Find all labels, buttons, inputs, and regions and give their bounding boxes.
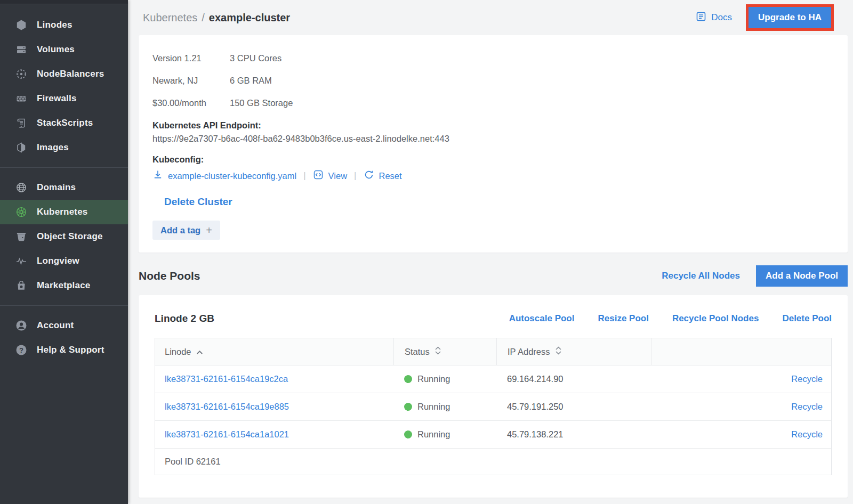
column-header-status[interactable]: Status	[393, 338, 496, 365]
table-header-row: Linode Status IP Address	[155, 338, 831, 365]
kubeconfig-actions: example-cluster-kubeconfig.yaml | View |…	[152, 169, 834, 182]
cluster-summary-card: Version 1.21 3 CPU Cores Newark, NJ 6 GB…	[139, 35, 848, 253]
nodebalancers-icon	[15, 68, 28, 80]
node-pools-header: Node Pools Recycle All Nodes Add a Node …	[139, 263, 848, 289]
kubernetes-helm-icon	[15, 206, 28, 218]
column-header-linode[interactable]: Linode	[155, 338, 393, 365]
view-code-icon	[313, 169, 324, 182]
sidebar-top-strip	[0, 0, 128, 4]
svg-text:?: ?	[19, 346, 23, 354]
separator: |	[303, 170, 305, 181]
autoscale-pool-link[interactable]: Autoscale Pool	[509, 313, 575, 324]
pool-header: Linode 2 GB Autoscale Pool Resize Pool R…	[155, 307, 832, 330]
reset-refresh-icon	[364, 169, 374, 182]
status-text: Running	[417, 402, 450, 412]
sidebar-item-marketplace[interactable]: Marketplace	[0, 273, 128, 298]
sidebar-item-label: Marketplace	[37, 280, 90, 291]
sidebar-item-label: Images	[37, 142, 69, 153]
separator: |	[354, 170, 356, 181]
sidebar-item-label: Firewalls	[37, 93, 77, 104]
sidebar-item-kubernetes[interactable]: Kubernetes	[0, 200, 128, 224]
table-row: lke38731-62161-6154ca1a1021 Running 45.7…	[155, 420, 831, 448]
breadcrumb-separator: /	[202, 12, 205, 24]
sidebar-item-account[interactable]: Account	[0, 313, 128, 338]
status-dot	[404, 375, 412, 383]
kubeconfig-download-link[interactable]: example-cluster-kubeconfig.yaml	[152, 169, 296, 182]
cluster-storage: 150 GB Storage	[230, 92, 834, 114]
sidebar-item-stackscripts[interactable]: StackScripts	[0, 111, 128, 135]
node-pools-title: Node Pools	[139, 270, 200, 282]
api-endpoint-label: Kubernetes API Endpoint:	[152, 120, 834, 131]
sidebar-item-label: Kubernetes	[37, 207, 88, 217]
longview-pulse-icon	[15, 255, 28, 267]
sidebar-item-longview[interactable]: Longview	[0, 249, 128, 273]
docs-link[interactable]: Docs	[695, 11, 732, 25]
sidebar-item-object-storage[interactable]: Object Storage	[0, 224, 128, 249]
sidebar-item-nodebalancers[interactable]: NodeBalancers	[0, 62, 128, 86]
annotation-highlight-box: Upgrade to HA	[746, 4, 834, 31]
cluster-region: Newark, NJ	[152, 69, 230, 92]
reset-label: Reset	[379, 171, 402, 181]
recycle-pool-nodes-link[interactable]: Recycle Pool Nodes	[672, 313, 759, 324]
sidebar-item-label: Linodes	[37, 20, 73, 30]
sidebar-item-label: Domains	[37, 182, 76, 193]
delete-pool-link[interactable]: Delete Pool	[782, 313, 832, 324]
column-label: Status	[405, 347, 430, 357]
sidebar-divider	[0, 305, 128, 306]
sidebar-item-images[interactable]: Images	[0, 135, 128, 160]
node-link[interactable]: lke38731-62161-6154ca1a1021	[165, 429, 289, 440]
recycle-node-link[interactable]: Recycle	[791, 429, 823, 440]
sort-both-icon	[434, 346, 441, 357]
images-icon	[15, 141, 28, 154]
sidebar-item-help-support[interactable]: ? Help & Support	[0, 338, 128, 362]
kubeconfig-file-name: example-cluster-kubeconfig.yaml	[168, 171, 296, 181]
pool-nodes-table: Linode Status IP Address	[155, 338, 832, 475]
resize-pool-link[interactable]: Resize Pool	[598, 313, 648, 324]
recycle-all-nodes-link[interactable]: Recycle All Nodes	[662, 271, 740, 281]
sidebar-item-label: Object Storage	[37, 231, 103, 242]
add-tag-button[interactable]: Add a tag +	[152, 221, 220, 240]
help-question-icon: ?	[15, 344, 28, 356]
column-header-actions	[651, 338, 831, 365]
sidebar-item-label: StackScripts	[37, 118, 93, 128]
sidebar-item-domains[interactable]: Domains	[0, 175, 128, 200]
status-dot	[404, 430, 412, 438]
node-link[interactable]: lke38731-62161-6154ca19e885	[165, 402, 289, 412]
cluster-price: $30.00/month	[152, 92, 230, 114]
column-label: IP Address	[508, 347, 550, 357]
status-text: Running	[417, 374, 450, 384]
docs-icon	[695, 11, 707, 25]
node-pool-card: Linode 2 GB Autoscale Pool Resize Pool R…	[139, 295, 848, 498]
ip-address: 45.79.191.250	[507, 402, 564, 412]
table-row: lke38731-62161-6154ca19e885 Running 45.7…	[155, 393, 831, 420]
sidebar-item-label: Longview	[37, 256, 79, 266]
sidebar-item-linodes[interactable]: Linodes	[0, 13, 128, 37]
sidebar-item-firewalls[interactable]: Firewalls	[0, 86, 128, 111]
linode-cube-icon	[15, 19, 28, 31]
firewalls-icon	[15, 92, 28, 105]
recycle-node-link[interactable]: Recycle	[791, 374, 823, 384]
upgrade-to-ha-button[interactable]: Upgrade to HA	[749, 7, 831, 28]
breadcrumb-section[interactable]: Kubernetes	[143, 12, 197, 24]
download-icon	[152, 169, 163, 182]
pool-name: Linode 2 GB	[155, 313, 214, 324]
sidebar-item-label: Help & Support	[37, 345, 104, 355]
account-icon	[15, 319, 28, 332]
kubeconfig-view-link[interactable]: View	[313, 169, 347, 182]
node-link[interactable]: lke38731-62161-6154ca19c2ca	[165, 374, 288, 384]
stackscripts-icon	[15, 117, 28, 129]
add-tag-label: Add a tag	[160, 225, 200, 235]
sidebar-item-label: Volumes	[37, 44, 75, 55]
sidebar-item-label: Account	[37, 320, 74, 331]
breadcrumb: Kubernetes / example-cluster	[143, 12, 290, 24]
kubeconfig-reset-link[interactable]: Reset	[364, 169, 402, 182]
status-dot	[404, 403, 412, 411]
column-label: Linode	[165, 347, 191, 357]
add-node-pool-button[interactable]: Add a Node Pool	[756, 265, 848, 287]
sidebar-item-volumes[interactable]: Volumes	[0, 37, 128, 62]
column-header-ip[interactable]: IP Address	[496, 338, 651, 365]
status-text: Running	[417, 429, 450, 440]
sidebar-item-label: NodeBalancers	[37, 69, 104, 79]
delete-cluster-button[interactable]: Delete Cluster	[164, 196, 232, 208]
recycle-node-link[interactable]: Recycle	[791, 402, 823, 412]
